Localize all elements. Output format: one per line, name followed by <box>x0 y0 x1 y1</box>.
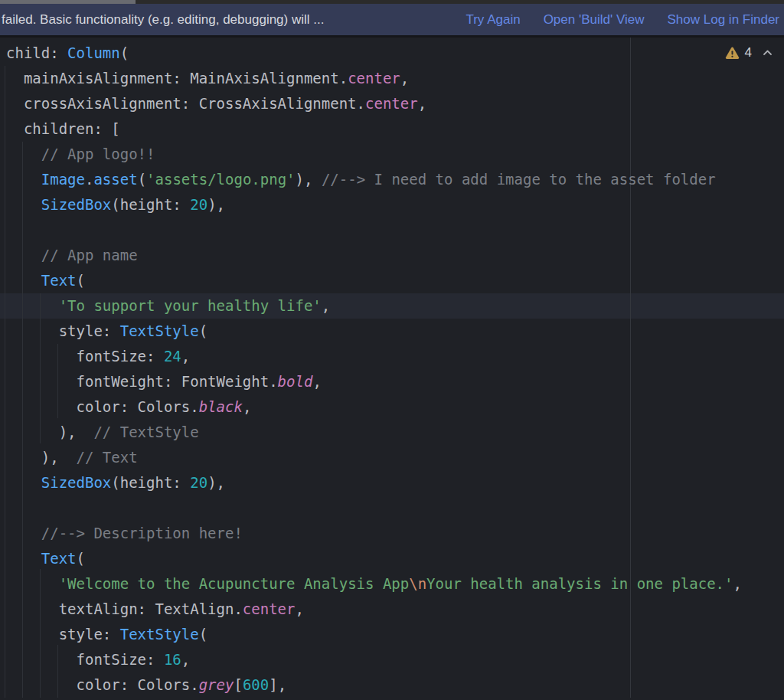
code-token-plain[interactable]: ), <box>207 196 225 213</box>
code-token-plain[interactable]: fontSize: <box>6 651 164 668</box>
code-line[interactable]: fontSize: 16, <box>0 647 784 672</box>
code-token-plain[interactable] <box>6 297 59 314</box>
code-token-str[interactable]: 'assets/logo.png' <box>146 171 295 188</box>
code-token-plain[interactable] <box>6 272 41 289</box>
code-token-plain[interactable]: ), <box>207 474 225 491</box>
code-line[interactable]: children: [ <box>0 116 784 142</box>
code-line[interactable]: style: TextStyle( <box>0 622 784 647</box>
code-token-plain[interactable]: fontWeight: FontWeight. <box>6 373 278 390</box>
code-token-com[interactable]: // App logo!! <box>41 146 155 162</box>
code-token-static[interactable]: black <box>199 398 243 415</box>
code-line[interactable]: child: Column( <box>0 41 784 66</box>
code-token-num[interactable]: 24 <box>164 348 181 365</box>
code-line[interactable]: SizedBox(height: 20), <box>0 470 784 496</box>
inspections-widget[interactable]: 4 <box>725 45 773 61</box>
code-token-plain[interactable]: child: <box>6 44 67 61</box>
code-token-class[interactable]: TextStyle <box>120 322 199 339</box>
code-token-plain[interactable]: . <box>85 171 93 188</box>
code-token-str[interactable]: 'Welcome to the Acupuncture Analysis App <box>59 575 410 592</box>
code-token-plain[interactable] <box>6 575 59 592</box>
code-line[interactable]: textAlign: TextAlign.center, <box>0 597 784 622</box>
code-token-str[interactable]: 'To support your healthy life' <box>59 297 322 314</box>
code-token-plain[interactable] <box>6 196 41 213</box>
code-token-plain[interactable]: ), <box>296 171 322 188</box>
code-token-plain[interactable]: ( <box>77 550 85 567</box>
code-token-com[interactable]: // App name <box>41 247 138 263</box>
code-line[interactable]: fontSize: 24, <box>0 344 784 369</box>
code-line[interactable]: color: Colors.black, <box>0 394 784 420</box>
code-token-com[interactable]: // TextStyle <box>93 424 198 440</box>
code-token-plain[interactable]: color: Colors. <box>6 676 199 693</box>
code-token-plain[interactable]: , <box>733 575 741 592</box>
code-token-class[interactable]: SizedBox <box>41 196 112 213</box>
warning-triangle-icon[interactable] <box>725 47 740 60</box>
code-editor[interactable]: child: Column( mainAxisAlignment: MainAx… <box>0 38 784 698</box>
code-line[interactable]: SizedBox(height: 20), <box>0 192 784 218</box>
code-token-plain[interactable]: , <box>418 95 426 112</box>
code-line[interactable]: //--> Description here! <box>0 521 784 546</box>
code-line[interactable]: fontWeight: FontWeight.bold, <box>0 369 784 394</box>
code-line[interactable]: Text( <box>0 546 784 571</box>
code-token-com[interactable]: // Text <box>77 449 138 466</box>
chevron-up-icon[interactable] <box>762 47 773 58</box>
code-token-enum[interactable]: center <box>243 600 296 617</box>
code-token-plain[interactable] <box>6 474 41 491</box>
code-token-plain[interactable]: ( <box>77 272 85 289</box>
open-build-view-button[interactable]: Open 'Build' View <box>544 12 645 28</box>
code-token-plain[interactable]: ( <box>199 322 207 339</box>
try-again-button[interactable]: Try Again <box>466 12 520 28</box>
code-token-str[interactable]: Your health analysis in one place.' <box>426 575 733 592</box>
code-token-plain[interactable] <box>6 146 41 162</box>
code-token-plain[interactable]: , <box>296 600 304 617</box>
code-token-class[interactable]: TextStyle <box>120 626 199 643</box>
code-token-plain[interactable]: , <box>181 651 190 668</box>
code-token-plain[interactable]: fontSize: <box>6 348 164 365</box>
code-line[interactable]: style: TextStyle( <box>0 319 784 344</box>
code-token-num[interactable]: 20 <box>190 474 207 491</box>
code-token-plain[interactable]: style: <box>6 626 120 643</box>
code-token-static[interactable]: bold <box>278 373 313 390</box>
code-token-class[interactable]: Column <box>67 44 120 61</box>
code-token-plain[interactable]: ), <box>6 424 93 440</box>
code-line[interactable]: 'To support your healthy life', <box>0 293 784 319</box>
code-token-plain[interactable]: , <box>312 373 321 390</box>
code-token-plain[interactable]: (height: <box>111 196 190 213</box>
code-token-plain[interactable]: ( <box>138 171 146 188</box>
code-token-plain[interactable]: color: Colors. <box>6 398 199 415</box>
code-line[interactable]: Text( <box>0 268 784 293</box>
code-line[interactable]: // App name <box>0 243 784 268</box>
code-token-class[interactable]: Text <box>41 272 77 289</box>
code-token-plain[interactable]: mainAxisAlignment: MainAxisAlignment. <box>6 70 348 87</box>
code-token-esc[interactable]: \n <box>409 575 426 592</box>
code-token-class[interactable]: SizedBox <box>41 474 112 491</box>
code-line[interactable]: Image.asset('assets/logo.png'), //--> I … <box>0 167 784 192</box>
code-line[interactable]: // App logo!! <box>0 142 784 167</box>
code-token-com[interactable]: //--> I need to add image to the asset f… <box>322 171 716 188</box>
code-token-class[interactable]: asset <box>93 171 137 188</box>
code-line[interactable]: ), // TextStyle <box>0 420 784 445</box>
code-token-enum[interactable]: center <box>365 95 418 112</box>
code-line[interactable]: mainAxisAlignment: MainAxisAlignment.cen… <box>0 66 784 91</box>
code-token-plain[interactable]: , <box>322 297 330 314</box>
code-token-plain[interactable]: ], <box>269 676 286 693</box>
code-token-plain[interactable]: ), <box>6 449 77 466</box>
code-line[interactable]: ), // Text <box>0 445 784 470</box>
code-token-num[interactable]: 16 <box>164 651 181 668</box>
code-token-class[interactable]: Image <box>41 171 85 188</box>
code-token-num[interactable]: 20 <box>190 196 207 213</box>
code-token-plain[interactable]: (height: <box>111 474 190 491</box>
code-area[interactable]: child: Column( mainAxisAlignment: MainAx… <box>0 41 784 698</box>
code-token-plain[interactable] <box>6 550 41 567</box>
code-token-plain[interactable]: ( <box>199 626 207 643</box>
code-token-plain[interactable]: ( <box>120 44 129 61</box>
code-token-plain[interactable]: style: <box>6 322 120 339</box>
show-log-in-finder-button[interactable]: Show Log in Finder <box>668 12 779 28</box>
code-token-num[interactable]: 600 <box>243 676 269 693</box>
code-token-plain[interactable]: children: [ <box>6 120 120 137</box>
warning-count[interactable]: 4 <box>745 45 752 61</box>
code-token-plain[interactable]: crossAxisAlignment: CrossAxisAlignment. <box>6 95 365 112</box>
code-token-plain[interactable] <box>6 525 41 541</box>
code-token-enum[interactable]: center <box>348 70 400 87</box>
code-token-plain[interactable]: , <box>181 348 190 365</box>
code-token-static[interactable]: grey <box>199 676 234 693</box>
